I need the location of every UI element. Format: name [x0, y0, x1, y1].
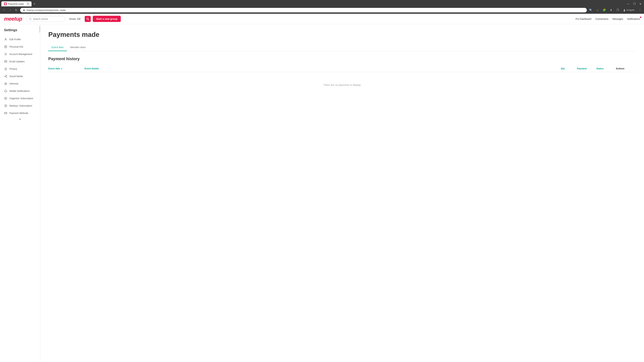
sidebar-label-social-media: Social Media — [10, 75, 23, 78]
clipboard-icon — [4, 45, 8, 48]
svg-rect-26 — [4, 112, 7, 114]
tab-member-dues[interactable]: Member dues — [67, 44, 89, 51]
site-header: meetup Dover, DE Start a new group Pro D… — [0, 14, 644, 24]
sidebar-label-personal-info: Personal Info — [10, 45, 23, 48]
sidebar-item-interests[interactable]: Interests — [0, 80, 40, 87]
sort-icon: ▲ — [61, 67, 63, 69]
sidebar-item-privacy[interactable]: Privacy — [0, 65, 40, 72]
minimize-button[interactable]: — — [626, 1, 630, 6]
search-button-icon — [86, 17, 89, 20]
sidebar-label-mobile-notifications: Mobile Notifications — [10, 90, 30, 92]
menu-button[interactable]: ⋮ — [637, 7, 643, 13]
scroll-down-arrow[interactable]: ▼ — [0, 116, 40, 122]
svg-point-1 — [624, 9, 625, 10]
col-qty[interactable]: Qty — [561, 67, 574, 70]
incognito-label: Incognito — [626, 9, 634, 11]
sidebar-label-meetup-plus: Meetup+ Subscription — [10, 104, 32, 107]
tab-title: Payments made — [8, 3, 26, 5]
extensions-button[interactable]: 🧩 — [602, 7, 607, 13]
svg-line-4 — [31, 19, 32, 20]
sidebar-label-edit-profile: Edit Profile — [10, 38, 21, 41]
email-icon — [4, 60, 8, 63]
bookmark-button[interactable]: ☆ — [595, 7, 600, 13]
sidebar-toggle-button[interactable]: ❐ — [615, 7, 620, 13]
download-button[interactable]: ⬇ — [608, 7, 614, 13]
sidebar-label-interests: Interests — [10, 82, 18, 85]
search-input[interactable] — [33, 17, 62, 20]
svg-line-6 — [88, 19, 89, 20]
page-title: Payments made — [48, 31, 636, 38]
bell-icon — [4, 89, 8, 93]
sidebar-label-account-management: Account Management — [10, 53, 32, 55]
nav-connections[interactable]: Connections — [595, 17, 608, 20]
svg-rect-0 — [23, 10, 25, 11]
search-bar[interactable] — [26, 16, 65, 22]
svg-point-2 — [624, 10, 625, 11]
refresh-button[interactable]: ↻ — [14, 7, 19, 13]
browser-tab[interactable]: Payments made × — [1, 1, 32, 6]
tab-event-fees[interactable]: Event fees — [48, 44, 67, 51]
table-header: Event date ▲ Event details Qty Payment S… — [48, 65, 636, 72]
location-display: Dover, DE — [69, 17, 81, 20]
nav-pro-dashboard[interactable]: Pro Dashboard — [576, 17, 591, 20]
content-area: Payments made Event fees Member dues Pay… — [40, 24, 644, 362]
sidebar-item-meetup-plus[interactable]: Meetup+ Subscription — [0, 102, 40, 109]
col-event-date[interactable]: Event date ▲ — [48, 67, 82, 70]
svg-point-7 — [5, 38, 6, 39]
start-new-group-button[interactable]: Start a new group — [93, 16, 121, 22]
sidebar-nav: Edit Profile Personal Info Account Manag… — [0, 36, 40, 116]
sidebar-label-organizer-subscription: Organizer Subscription — [10, 97, 33, 100]
search-button[interactable] — [85, 16, 91, 22]
sidebar-item-edit-profile[interactable]: Edit Profile — [0, 36, 40, 43]
sidebar-item-email-updates[interactable]: Email Updates — [0, 58, 40, 65]
forward-button[interactable]: → — [8, 7, 13, 13]
svg-marker-20 — [4, 82, 7, 85]
col-actions: Actions — [616, 67, 636, 70]
col-status[interactable]: Status — [596, 67, 613, 70]
address-bar[interactable]: meetup.com/payments/payments_made/ — [20, 8, 587, 12]
sidebar-label-payment-methods: Payment Methods — [10, 112, 28, 114]
svg-rect-14 — [5, 69, 6, 70]
nav-notifications[interactable]: Notifications — [627, 17, 640, 20]
sidebar-item-account-management[interactable]: Account Management — [0, 51, 40, 57]
sidebar-item-personal-info[interactable]: Personal Info — [0, 43, 40, 50]
lock-address-icon — [23, 9, 25, 11]
new-tab-button[interactable]: + — [32, 1, 37, 6]
badge-icon — [4, 97, 8, 100]
card-icon — [4, 111, 8, 115]
gear-icon — [4, 52, 8, 56]
incognito-button[interactable]: Incognito — [622, 8, 636, 12]
svg-line-19 — [5, 76, 6, 77]
scrollbar[interactable] — [40, 26, 40, 32]
sidebar-item-payment-methods[interactable]: Payment Methods — [0, 110, 40, 116]
sidebar-label-email-updates: Email Updates — [10, 60, 25, 63]
notification-dot — [640, 16, 641, 18]
col-event-details[interactable]: Event details — [84, 67, 558, 70]
sidebar-item-social-media[interactable]: Social Media — [0, 73, 40, 80]
nav-messages[interactable]: Messages — [612, 17, 623, 20]
search-browser-button[interactable]: 🔍 — [588, 7, 594, 13]
sidebar-item-organizer-subscription[interactable]: Organizer Subscription — [0, 95, 40, 102]
url-text: meetup.com/payments/payments_made/ — [26, 9, 584, 11]
back-button[interactable]: ← — [1, 7, 7, 13]
sidebar-title: Settings — [0, 28, 40, 36]
favicon — [4, 2, 7, 5]
share-icon — [4, 75, 8, 78]
svg-point-5 — [87, 18, 88, 19]
svg-point-12 — [5, 54, 6, 55]
lock-icon — [4, 67, 8, 70]
svg-point-16 — [4, 76, 5, 77]
svg-line-18 — [5, 76, 6, 76]
star-icon — [4, 82, 8, 85]
site-logo[interactable]: meetup — [4, 16, 22, 22]
close-window-button[interactable]: ✕ — [638, 1, 643, 6]
close-tab-button[interactable]: × — [27, 2, 29, 5]
svg-point-15 — [6, 75, 7, 76]
sidebar-item-mobile-notifications[interactable]: Mobile Notifications — [0, 88, 40, 94]
maximize-button[interactable]: ❐ — [632, 1, 636, 6]
sidebar-label-privacy: Privacy — [10, 67, 17, 70]
tabs: Event fees Member dues — [48, 44, 636, 51]
header-nav: Pro Dashboard Connections Messages Notif… — [576, 17, 640, 20]
col-payment[interactable]: Payment — [577, 67, 594, 70]
svg-point-17 — [6, 77, 7, 77]
